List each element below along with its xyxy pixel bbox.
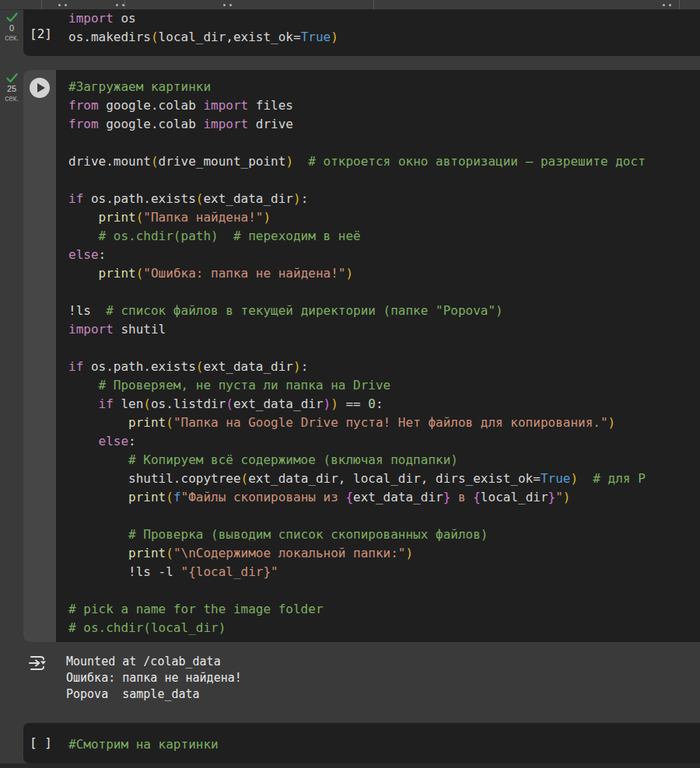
menubar-divider — [679, 0, 680, 9]
code-line: !ls # список файлов в текущей директории… — [68, 302, 700, 320]
code-line: # Проверяем, не пуста ли папка на Drive — [68, 376, 700, 395]
code-editor[interactable]: #Загружаем картинкиfrom google.colab imp… — [68, 78, 700, 637]
menubar-divider — [41, 0, 42, 9]
menubar-glyph-remnant — [58, 4, 61, 6]
check-icon — [6, 12, 18, 23]
code-line: else: — [68, 246, 700, 264]
code-line: else: — [68, 432, 700, 451]
menubar-glyph-remnant — [663, 4, 665, 6]
code-line: # Проверка (выводим список скопированных… — [68, 525, 700, 544]
code-line: print("Ошибка: папка не найдена!") — [68, 264, 700, 283]
output-text: Mounted at /colab_dataОшибка: папка не н… — [66, 654, 242, 703]
menubar-divider — [373, 0, 374, 9]
code-line — [68, 507, 700, 525]
menubar-glyph-remnant — [223, 4, 226, 6]
code-editor[interactable]: #Смотрим на картинки — [68, 735, 700, 754]
code-line: # os.chdir(path) # переходим в неё — [68, 227, 700, 246]
menubar-glyph-remnant — [669, 4, 671, 6]
output-line: Ошибка: папка не найдена! — [66, 670, 242, 686]
cell-gutter — [23, 70, 56, 642]
code-line: import os — [68, 9, 700, 28]
check-icon — [6, 73, 18, 83]
execution-time-unit: сек. — [5, 94, 19, 103]
cell-status: 25 сек. — [0, 73, 23, 103]
execution-count[interactable]: [ ] — [30, 735, 52, 750]
execution-time-value: 25 — [7, 84, 16, 94]
code-line: if len(os.listdir(ext_data_dir)) == 0: — [68, 395, 700, 414]
code-line: from google.colab import files — [68, 96, 700, 115]
code-line: !ls -l "{local_dir}" — [68, 563, 700, 581]
code-line: from google.colab import drive — [68, 115, 700, 134]
execution-count[interactable]: [2] — [30, 26, 52, 41]
code-line — [68, 339, 700, 358]
execution-time-value: 0 — [9, 23, 14, 33]
code-line: drive.mount(drive_mount_point) # откроет… — [68, 152, 700, 171]
code-line: # os.chdir(local_dir) — [68, 619, 700, 637]
code-line: print("\nСодержимое локальной папки:") — [68, 544, 700, 563]
menubar-glyph-remnant — [116, 4, 118, 6]
cell-output-area: Mounted at /colab_dataОшибка: папка не н… — [23, 642, 700, 720]
code-line: # pick a name for the image folder — [68, 600, 700, 619]
code-line: #Загружаем картинки — [68, 78, 700, 96]
code-line — [68, 171, 700, 190]
run-cell-button[interactable] — [30, 78, 50, 98]
colab-notebook: 0 сек. [2] import osos.makedirs(local_di… — [0, 0, 700, 768]
code-cell: [2] import osos.makedirs(local_dir,exist… — [23, 9, 700, 56]
code-line: import shutil — [68, 320, 700, 339]
code-line: os.makedirs(local_dir,exist_ok=True) — [68, 28, 700, 47]
execution-time-unit: сек. — [5, 33, 19, 43]
code-cell: [ ] #Смотрим на картинки — [23, 723, 700, 763]
cell-status: 0 сек. — [0, 12, 23, 43]
code-line — [68, 581, 700, 600]
code-line: print("Папка найдена!") — [68, 208, 700, 227]
code-line — [68, 283, 700, 302]
code-line: if os.path.exists(ext_data_dir): — [68, 358, 700, 376]
play-icon — [37, 83, 45, 93]
code-line: print(f"Файлы скопированы из {ext_data_d… — [68, 488, 700, 507]
code-line: shutil.copytree(ext_data_dir, local_dir,… — [68, 470, 700, 488]
code-line: print("Папка на Google Drive пуста! Нет … — [68, 414, 700, 432]
viewport-bottom-edge — [0, 763, 700, 768]
code-editor[interactable]: import osos.makedirs(local_dir,exist_ok=… — [68, 9, 700, 47]
cell-output-icon — [28, 655, 48, 672]
code-line: #Смотрим на картинки — [68, 735, 700, 754]
output-line: Mounted at /colab_data — [66, 654, 242, 670]
code-line — [68, 134, 700, 152]
menubar-glyph-remnant — [65, 4, 67, 6]
code-cell: #Загружаем картинкиfrom google.colab imp… — [23, 70, 700, 642]
output-line: Popova sample_data — [66, 686, 242, 703]
menubar-divider — [124, 0, 125, 9]
menubar-glyph-remnant — [229, 4, 232, 6]
code-line: if os.path.exists(ext_data_dir): — [68, 190, 700, 208]
code-line: # Копируем всё содержимое (включая подпа… — [68, 451, 700, 470]
